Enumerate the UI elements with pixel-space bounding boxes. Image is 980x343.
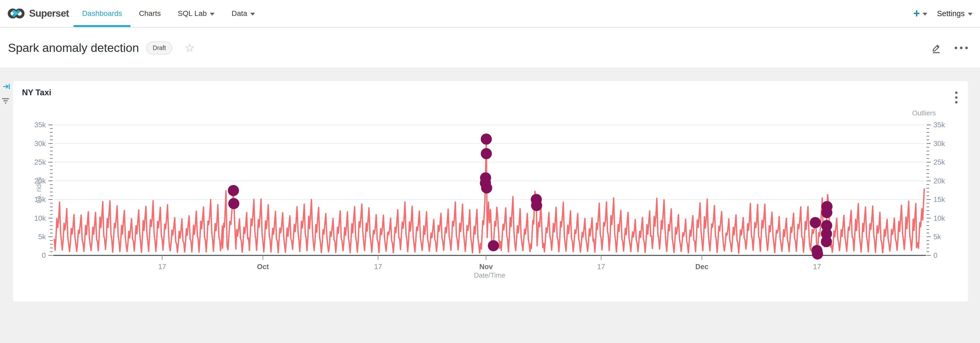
nav-label: Dashboards [82, 9, 122, 18]
edit-dashboard-button[interactable] [930, 42, 942, 54]
main-nav: Dashboards Charts SQL Lab Data [73, 0, 264, 27]
y-axis-label: 35k [34, 121, 46, 129]
x-axis-title: Date/Time [474, 271, 505, 279]
y-axis-label: 5k [38, 233, 46, 241]
add-new-button[interactable]: + [913, 8, 928, 19]
status-badge: Draft [146, 41, 172, 54]
pencil-icon [930, 42, 942, 54]
filter-lines-icon [2, 97, 10, 105]
y-axis-label: 10k [34, 214, 46, 222]
nav-item-sql-lab[interactable]: SQL Lab [169, 0, 223, 27]
outlier-point[interactable] [481, 134, 492, 145]
y-axis-label-right: 35k [934, 121, 945, 129]
top-navbar: Superset Dashboards Charts SQL Lab Data … [0, 0, 980, 27]
outlier-point[interactable] [481, 148, 492, 160]
nav-label: Charts [139, 9, 161, 18]
filter-icon[interactable] [2, 97, 10, 106]
infinity-logo-icon [7, 7, 25, 19]
x-axis-label: 17 [813, 263, 821, 271]
ellipsis-icon [955, 46, 957, 49]
nav-label: SQL Lab [178, 9, 207, 18]
y-axis-label-right: 5k [934, 233, 941, 241]
chevron-down-icon [250, 13, 255, 16]
y-axis-label: 30k [34, 140, 46, 148]
y-axis-label-right: 25k [934, 158, 945, 166]
nav-item-charts[interactable]: Charts [130, 0, 169, 27]
chart-card-ny-taxi: NY Taxi 005k5k10k10k15k15k20k20k25k25k30… [13, 81, 968, 302]
ellipsis-icon [965, 46, 968, 49]
outlier-point[interactable] [812, 248, 823, 259]
outlier-point[interactable] [488, 240, 499, 251]
outlier-point[interactable] [821, 201, 833, 212]
x-axis-label: Nov [479, 263, 493, 271]
y-axis-label: 0 [42, 251, 46, 259]
outlier-point[interactable] [810, 217, 821, 228]
timeseries-anomaly-chart[interactable]: 005k5k10k10k15k15k20k20k25k25k30k30k35k3… [13, 81, 968, 302]
x-axis-label: 17 [597, 263, 605, 271]
title-actions [930, 42, 968, 54]
x-axis-label: 17 [374, 263, 382, 271]
chevron-down-icon [210, 13, 215, 16]
y-axis-label: 25k [34, 158, 46, 166]
page-title: Spark anomaly detection [8, 41, 139, 55]
y-axis-label-right: 30k [934, 140, 945, 148]
x-axis-label: 17 [158, 263, 166, 271]
x-axis-label: Dec [695, 263, 708, 271]
outlier-point[interactable] [821, 220, 832, 231]
nav-item-data[interactable]: Data [223, 0, 264, 27]
outlier-point[interactable] [481, 182, 492, 193]
outlier-point[interactable] [228, 198, 239, 209]
brand-name: Superset [29, 8, 69, 19]
arrow-right-to-bar-icon [3, 83, 11, 91]
outlier-point[interactable] [228, 185, 239, 196]
settings-menu[interactable]: Settings [937, 9, 973, 18]
settings-label: Settings [937, 9, 965, 18]
ellipsis-icon [960, 46, 963, 49]
right-axis-title: Outliers [912, 109, 936, 117]
navbar-right: + Settings [913, 8, 973, 19]
outlier-point[interactable] [531, 200, 542, 211]
favorite-star-icon[interactable]: ☆ [185, 42, 195, 54]
nav-item-dashboards[interactable]: Dashboards [73, 0, 130, 27]
y-axis-label-right: 0 [934, 251, 937, 259]
y-axis-label-right: 10k [934, 214, 945, 222]
y-axis-label-right: 20k [934, 177, 945, 185]
expand-filter-bar-button[interactable] [3, 83, 11, 92]
more-actions-button[interactable] [955, 46, 968, 49]
dashboard-header: Spark anomaly detection Draft ☆ [0, 28, 980, 68]
chevron-down-icon [923, 13, 928, 16]
nav-label: Data [232, 9, 247, 18]
y-axis-label-right: 15k [934, 196, 945, 204]
y-axis-title: no. rides [35, 177, 43, 204]
x-axis-label: Oct [257, 263, 269, 271]
chevron-down-icon [968, 13, 973, 16]
superset-logo[interactable]: Superset [7, 7, 69, 19]
plus-icon: + [913, 8, 920, 19]
